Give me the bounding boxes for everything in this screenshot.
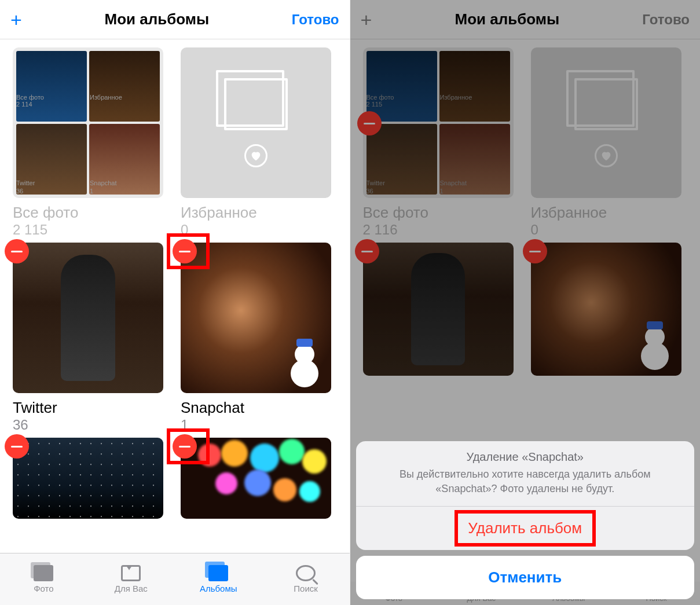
- albums-icon: [208, 565, 228, 581]
- album-twitter[interactable]: Twitter 36: [13, 243, 163, 433]
- album-thumbnail: [181, 243, 331, 393]
- album-thumbnail: [13, 243, 163, 393]
- album-twitter[interactable]: [363, 243, 514, 376]
- album-favorites[interactable]: Избранное 0: [181, 47, 331, 238]
- album-count: 1: [181, 417, 331, 433]
- tab-albums[interactable]: Альбомы: [175, 553, 262, 605]
- album-title: Snapchat: [181, 399, 331, 417]
- mini-labels: Все фото Избранное: [367, 94, 510, 101]
- snowman-sticker: [287, 335, 322, 387]
- navbar-title: Мои альбомы: [104, 10, 209, 28]
- action-sheet-message: Вы действительно хотите навсегда удалить…: [356, 467, 695, 506]
- album-snapchat[interactable]: Snapchat 1: [181, 243, 331, 433]
- for-you-icon: [121, 565, 141, 581]
- album-count: 2 115: [13, 222, 163, 238]
- delete-album-button[interactable]: [355, 239, 379, 263]
- action-sheet: Удаление «Snapchat» Вы действительно хот…: [356, 441, 695, 599]
- album-title: Все фото: [363, 204, 514, 222]
- mini-counts-2: 36 1: [16, 188, 160, 195]
- delete-album-button[interactable]: [173, 239, 197, 263]
- photos-icon: [34, 565, 53, 581]
- album-item[interactable]: [13, 438, 163, 519]
- mini-labels: Все фото Избранное: [16, 94, 160, 101]
- heart-icon: [244, 144, 267, 167]
- album-thumbnail: [531, 243, 681, 376]
- add-button[interactable]: +: [10, 10, 22, 30]
- stack-icon: [574, 78, 638, 130]
- empty-favorites-thumbnail: [181, 47, 331, 198]
- action-sheet-title: Удаление «Snapchat»: [356, 441, 695, 467]
- navbar: + Мои альбомы Готово: [350, 0, 701, 39]
- heart-icon: [595, 144, 618, 167]
- delete-album-confirm-button[interactable]: Удалить альбом: [356, 507, 695, 550]
- album-snapchat[interactable]: [531, 243, 681, 376]
- action-sheet-card: Удаление «Snapchat» Вы действительно хот…: [356, 441, 695, 550]
- snowman-sticker: [637, 318, 672, 370]
- album-title: Все фото: [13, 204, 163, 222]
- delete-album-button[interactable]: [5, 239, 29, 263]
- album-favorites[interactable]: Избранное 0: [531, 47, 681, 238]
- album-all-photos[interactable]: Все фото Избранное 2 115 Twitter Snapcha…: [363, 47, 514, 238]
- delete-album-button[interactable]: [5, 434, 29, 459]
- album-count: 0: [531, 222, 681, 238]
- done-button[interactable]: Готово: [292, 12, 339, 28]
- stack-icon: [224, 78, 288, 130]
- album-thumbnail: [13, 438, 163, 519]
- album-title: Избранное: [531, 204, 681, 222]
- tab-search[interactable]: Поиск: [262, 553, 350, 605]
- mini-counts: 2 114: [16, 101, 160, 108]
- album-title: Избранное: [181, 204, 331, 222]
- tab-label: Для Вас: [115, 584, 148, 593]
- mini-counts-2: 36 1: [367, 188, 510, 195]
- tab-photos[interactable]: Фото: [0, 553, 87, 605]
- cancel-button[interactable]: Отменить: [356, 556, 695, 599]
- album-count: 36: [13, 417, 163, 433]
- mini-counts: 2 115: [367, 101, 510, 108]
- albums-grid[interactable]: Все фото Избранное 2 114 Twitter Snapcha…: [0, 39, 350, 553]
- navbar: + Мои альбомы Готово: [0, 0, 350, 39]
- empty-favorites-thumbnail: [531, 47, 681, 198]
- tab-bar: Фото Для Вас Альбомы Поиск: [0, 553, 350, 605]
- add-button[interactable]: +: [361, 10, 372, 30]
- right-screenshot: + Мои альбомы Готово Все фото Избранное …: [350, 0, 701, 605]
- album-all-photos[interactable]: Все фото Избранное 2 114 Twitter Snapcha…: [13, 47, 163, 238]
- delete-album-button[interactable]: [357, 111, 382, 135]
- album-count: 0: [181, 222, 331, 238]
- collage-thumbnail: [363, 47, 514, 198]
- delete-album-button[interactable]: [173, 434, 197, 459]
- album-thumbnail: [181, 438, 331, 519]
- tab-label: Фото: [34, 584, 53, 593]
- mini-labels-2: Twitter Snapchat: [16, 179, 160, 186]
- album-thumbnail: [363, 243, 514, 376]
- left-screenshot: + Мои альбомы Готово Все фото Избранное …: [0, 0, 350, 605]
- tab-for-you[interactable]: Для Вас: [87, 553, 175, 605]
- delete-album-button[interactable]: [523, 239, 547, 263]
- navbar-title: Мои альбомы: [455, 10, 559, 28]
- collage-thumbnail: [13, 47, 163, 198]
- done-button[interactable]: Готово: [642, 12, 690, 28]
- tab-label: Альбомы: [200, 584, 237, 593]
- search-icon: [296, 565, 316, 581]
- album-item[interactable]: [181, 438, 331, 519]
- tab-label: Поиск: [294, 584, 318, 593]
- album-title: Twitter: [13, 399, 163, 417]
- mini-labels-2: Twitter Snapchat: [367, 179, 510, 186]
- album-count: 2 116: [363, 222, 514, 238]
